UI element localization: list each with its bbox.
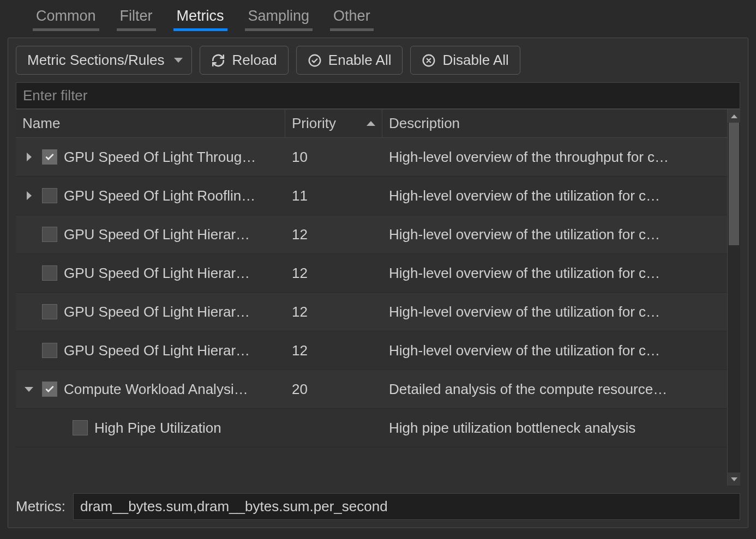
cell-name: GPU Speed Of Light Hierar… xyxy=(16,265,285,282)
sections-dropdown[interactable]: Metric Sections/Rules xyxy=(16,46,192,75)
table-row[interactable]: GPU Speed Of Light Throug…10High-level o… xyxy=(16,138,727,177)
x-circle-icon xyxy=(422,53,436,68)
reload-icon xyxy=(211,53,225,68)
tab-label: Common xyxy=(36,8,96,24)
metrics-label: Metrics: xyxy=(16,498,65,515)
cell-description: High-level overview of the throughput fo… xyxy=(382,149,727,166)
cell-description: High-level overview of the utilization f… xyxy=(382,187,727,204)
checkbox[interactable] xyxy=(42,149,57,165)
table-row[interactable]: Compute Workload Analysi…20Detailed anal… xyxy=(16,370,727,409)
tab-underline xyxy=(330,28,374,31)
tab-other[interactable]: Other xyxy=(330,5,374,30)
cell-name: GPU Speed Of Light Throug… xyxy=(16,149,285,166)
tab-label: Sampling xyxy=(248,8,310,24)
row-name-label: GPU Speed Of Light Hierar… xyxy=(64,226,279,243)
toolbar: Metric Sections/Rules Reload En xyxy=(16,46,740,75)
column-header-description[interactable]: Description xyxy=(382,110,727,137)
tab-underline xyxy=(117,28,156,31)
scroll-track[interactable] xyxy=(728,123,740,473)
cell-name: High Pipe Utilization xyxy=(16,420,285,437)
row-name-label: Compute Workload Analysi… xyxy=(64,381,279,398)
chevron-up-icon xyxy=(731,114,737,118)
scroll-down-button[interactable] xyxy=(728,473,740,486)
expander[interactable] xyxy=(22,387,35,392)
svg-point-0 xyxy=(309,54,321,66)
disable-all-button[interactable]: Disable All xyxy=(410,46,520,75)
tab-underline xyxy=(33,28,99,31)
checkbox[interactable] xyxy=(42,343,57,358)
table-row[interactable]: GPU Speed Of Light Hierar…12High-level o… xyxy=(16,254,727,293)
checkbox[interactable] xyxy=(42,227,57,242)
checkbox[interactable] xyxy=(42,304,57,319)
metrics-panel: Metric Sections/Rules Reload En xyxy=(8,38,748,528)
column-label: Priority xyxy=(292,115,336,132)
checkbox[interactable] xyxy=(73,420,88,435)
tab-underline xyxy=(173,28,227,31)
scroll-up-button[interactable] xyxy=(728,110,740,123)
scroll-thumb[interactable] xyxy=(729,123,739,245)
cell-priority: 10 xyxy=(285,149,382,166)
check-circle-icon xyxy=(308,53,322,68)
enable-all-button[interactable]: Enable All xyxy=(296,46,403,75)
cell-description: Detailed analysis of the compute resourc… xyxy=(382,381,727,398)
cell-name: GPU Speed Of Light Hierar… xyxy=(16,226,285,243)
button-label: Reload xyxy=(232,52,277,69)
expander[interactable] xyxy=(22,153,35,161)
scrollbar[interactable] xyxy=(727,110,740,486)
row-name-label: GPU Speed Of Light Hierar… xyxy=(64,342,279,359)
row-name-label: GPU Speed Of Light Rooflin… xyxy=(64,187,279,204)
cell-description: High-level overview of the utilization f… xyxy=(382,226,727,243)
column-header-priority[interactable]: Priority xyxy=(285,110,382,137)
table-row[interactable]: GPU Speed Of Light Rooflin…11High-level … xyxy=(16,177,727,215)
row-name-label: GPU Speed Of Light Hierar… xyxy=(64,304,279,320)
table-row[interactable]: GPU Speed Of Light Hierar…12High-level o… xyxy=(16,331,727,370)
cell-priority: 12 xyxy=(285,342,382,359)
cell-name: Compute Workload Analysi… xyxy=(16,381,285,398)
cell-priority: 12 xyxy=(285,304,382,320)
cell-description: High-level overview of the utilization f… xyxy=(382,342,727,359)
metrics-input[interactable] xyxy=(73,493,740,520)
button-label: Disable All xyxy=(442,52,508,69)
check-icon xyxy=(44,152,55,162)
expander[interactable] xyxy=(22,191,35,200)
check-icon xyxy=(44,384,55,395)
cell-priority: 11 xyxy=(285,187,382,204)
column-label: Name xyxy=(22,115,60,132)
tab-metrics[interactable]: Metrics xyxy=(173,5,227,30)
column-header-name[interactable]: Name xyxy=(16,110,285,137)
tab-label: Metrics xyxy=(177,8,224,24)
chevron-down-icon xyxy=(174,58,183,63)
row-name-label: GPU Speed Of Light Throug… xyxy=(64,149,279,166)
button-label: Enable All xyxy=(328,52,392,69)
cell-description: High-level overview of the utilization f… xyxy=(382,265,727,282)
tab-sampling[interactable]: Sampling xyxy=(245,5,313,30)
cell-name: GPU Speed Of Light Hierar… xyxy=(16,342,285,359)
table-row[interactable]: High Pipe UtilizationHigh pipe utilizati… xyxy=(16,409,727,447)
cell-name: GPU Speed Of Light Hierar… xyxy=(16,304,285,320)
tab-filter[interactable]: Filter xyxy=(117,5,156,30)
row-name-label: High Pipe Utilization xyxy=(94,420,279,437)
cell-priority: 20 xyxy=(285,381,382,398)
checkbox[interactable] xyxy=(42,381,57,397)
cell-priority: 12 xyxy=(285,226,382,243)
table-row[interactable]: GPU Speed Of Light Hierar…12High-level o… xyxy=(16,293,727,331)
reload-button[interactable]: Reload xyxy=(200,46,288,75)
chevron-right-icon xyxy=(27,191,32,200)
metrics-table: Name Priority Description GPU Speed Of L… xyxy=(16,109,740,486)
tab-underline xyxy=(245,28,313,31)
tab-common[interactable]: Common xyxy=(33,5,99,30)
column-label: Description xyxy=(389,115,460,132)
table-body: GPU Speed Of Light Throug…10High-level o… xyxy=(16,138,727,486)
dropdown-label: Metric Sections/Rules xyxy=(27,52,164,69)
checkbox[interactable] xyxy=(42,188,57,203)
chevron-down-icon xyxy=(25,387,33,392)
cell-description: High-level overview of the utilization f… xyxy=(382,304,727,320)
checkbox[interactable] xyxy=(42,265,57,281)
table-header: Name Priority Description xyxy=(16,110,727,138)
metrics-footer: Metrics: xyxy=(16,493,740,520)
tab-label: Filter xyxy=(120,8,153,24)
cell-description: High pipe utilization bottleneck analysi… xyxy=(382,420,727,437)
filter-input[interactable] xyxy=(16,82,740,109)
table-row[interactable]: GPU Speed Of Light Hierar…12High-level o… xyxy=(16,215,727,254)
cell-name: GPU Speed Of Light Rooflin… xyxy=(16,187,285,204)
